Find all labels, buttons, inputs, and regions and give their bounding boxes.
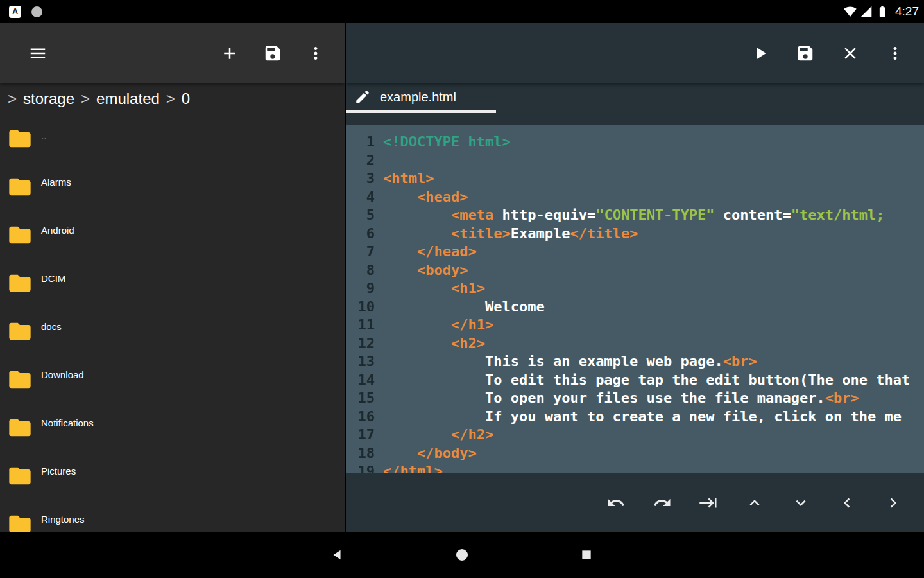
- breadcrumb-segment[interactable]: storage: [23, 90, 74, 108]
- code-token[interactable]: To open your files use the file manager.: [383, 390, 825, 406]
- code-text[interactable]: </h2>: [383, 426, 493, 444]
- save-file-button[interactable]: [796, 44, 815, 63]
- code-text[interactable]: If you want to create a new file, click …: [383, 408, 902, 426]
- tab-key-button[interactable]: [699, 493, 718, 512]
- folder-item[interactable]: ..: [0, 114, 345, 162]
- breadcrumb-segment[interactable]: 0: [182, 90, 190, 108]
- code-text[interactable]: This is an example web page.<br>: [383, 353, 757, 371]
- code-token[interactable]: <body>: [417, 262, 468, 278]
- folder-item[interactable]: DCIM: [0, 259, 345, 307]
- tab-example-html[interactable]: example.html: [346, 83, 496, 113]
- code-text[interactable]: To edit this page tap the edit button(Th…: [383, 371, 910, 390]
- cursor-up-button[interactable]: [745, 493, 764, 512]
- editor-overflow-menu-button[interactable]: [886, 44, 905, 63]
- code-text[interactable]: <body>: [383, 261, 468, 280]
- code-editor[interactable]: 1<!DOCTYPE html>23<html>4 <head>5 <meta …: [346, 125, 924, 473]
- code-token[interactable]: content=: [715, 207, 791, 223]
- code-token[interactable]: </html>: [383, 463, 443, 473]
- folder-item[interactable]: Download: [0, 355, 345, 403]
- home-button[interactable]: [454, 547, 470, 563]
- edit-mode-button[interactable]: [353, 87, 372, 107]
- code-token[interactable]: <!DOCTYPE html>: [383, 134, 511, 150]
- hamburger-icon: [28, 44, 47, 63]
- folder-name: docs: [41, 321, 62, 332]
- code-token[interactable]: [383, 207, 451, 223]
- cursor-left-button[interactable]: [837, 493, 857, 512]
- code-token[interactable]: To edit this page tap the edit button(Th…: [383, 372, 910, 388]
- folder-item[interactable]: Ringtones: [0, 500, 345, 532]
- redo-button[interactable]: [653, 493, 672, 512]
- folder-item[interactable]: Notifications: [0, 403, 345, 451]
- code-token[interactable]: </h1>: [451, 317, 493, 333]
- code-token[interactable]: [383, 426, 451, 442]
- status-indicators: 4:27: [844, 4, 924, 19]
- code-text[interactable]: To open your files use the file manager.…: [383, 389, 859, 408]
- breadcrumb-segment[interactable]: emulated: [96, 90, 160, 108]
- folder-item[interactable]: Pictures: [0, 451, 345, 500]
- close-icon: [841, 44, 860, 63]
- code-token[interactable]: [383, 280, 451, 296]
- line-number: 6: [346, 225, 375, 243]
- new-file-button[interactable]: [220, 44, 239, 63]
- code-text[interactable]: </html>: [383, 462, 443, 473]
- code-token[interactable]: <head>: [417, 189, 468, 205]
- folder-icon: [5, 367, 35, 392]
- save-button[interactable]: [263, 44, 282, 63]
- code-token[interactable]: </h2>: [451, 426, 493, 442]
- code-token[interactable]: Example: [511, 225, 570, 241]
- code-text[interactable]: </head>: [383, 243, 477, 261]
- code-text[interactable]: <!DOCTYPE html>: [383, 133, 511, 152]
- code-text[interactable]: <html>: [383, 170, 434, 188]
- code-token[interactable]: This is an example web page.: [383, 353, 723, 369]
- code-token[interactable]: http-equiv=: [493, 207, 595, 223]
- code-token[interactable]: If you want to create a new file, click …: [383, 408, 902, 425]
- cursor-down-button[interactable]: [791, 493, 810, 512]
- line-number: 17: [346, 426, 375, 444]
- code-token[interactable]: [383, 262, 417, 278]
- code-token[interactable]: <h2>: [451, 335, 485, 351]
- chevron-right-icon: [884, 493, 903, 512]
- close-file-button[interactable]: [841, 44, 860, 63]
- folder-item[interactable]: docs: [0, 307, 345, 355]
- code-token[interactable]: "CONTENT-TYPE": [595, 207, 714, 223]
- code-token[interactable]: </head>: [417, 243, 477, 259]
- code-token[interactable]: <h1>: [451, 280, 485, 296]
- line-number: 16: [346, 408, 375, 426]
- code-text[interactable]: Welcome: [383, 298, 545, 317]
- code-text[interactable]: </h1>: [383, 316, 493, 335]
- code-token[interactable]: Welcome: [383, 299, 545, 315]
- folder-item[interactable]: Alarms: [0, 162, 345, 211]
- editor-panel: example.html 1<!DOCTYPE html>23<html>4 <…: [346, 23, 924, 532]
- code-token[interactable]: <title>: [451, 225, 511, 241]
- code-token[interactable]: </body>: [417, 445, 477, 461]
- code-text[interactable]: <h1>: [383, 279, 485, 298]
- code-token[interactable]: <br>: [825, 390, 859, 406]
- code-token[interactable]: "text/html;: [791, 207, 885, 223]
- code-line: 17 </h2>: [346, 426, 924, 444]
- overflow-menu-button[interactable]: [306, 44, 325, 63]
- code-text[interactable]: <head>: [383, 188, 468, 207]
- code-token[interactable]: [383, 445, 417, 461]
- code-line: 14 To edit this page tap the edit button…: [346, 371, 924, 390]
- code-line: 11 </h1>: [346, 316, 924, 335]
- code-token[interactable]: <meta: [451, 207, 493, 223]
- recents-button[interactable]: [578, 547, 595, 563]
- code-token[interactable]: [383, 225, 451, 241]
- run-button[interactable]: [751, 44, 770, 63]
- code-token[interactable]: [383, 243, 417, 259]
- undo-button[interactable]: [606, 493, 626, 512]
- code-token[interactable]: [383, 189, 417, 205]
- code-text[interactable]: </body>: [383, 444, 477, 463]
- code-text[interactable]: <meta http-equiv="CONTENT-TYPE" content=…: [383, 206, 885, 225]
- code-token[interactable]: <html>: [383, 170, 434, 186]
- cursor-right-button[interactable]: [884, 493, 903, 512]
- code-token[interactable]: </title>: [570, 225, 638, 241]
- code-text[interactable]: <title>Example</title>: [383, 225, 638, 243]
- menu-button[interactable]: [28, 44, 47, 63]
- folder-item[interactable]: Android: [0, 211, 345, 259]
- back-button[interactable]: [329, 547, 346, 563]
- code-token[interactable]: [383, 335, 451, 351]
- code-token[interactable]: <br>: [723, 353, 757, 369]
- code-text[interactable]: <h2>: [383, 335, 485, 353]
- code-token[interactable]: [383, 317, 451, 333]
